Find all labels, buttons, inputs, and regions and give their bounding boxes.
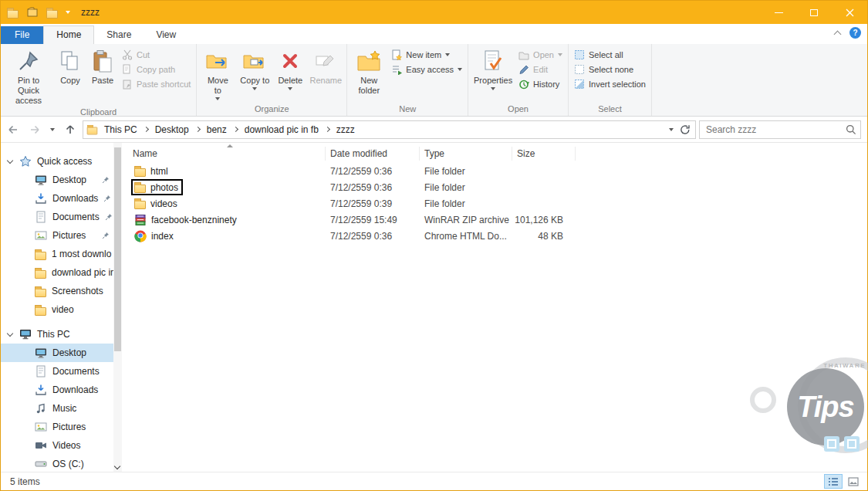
address-dropdown-icon[interactable] [669, 128, 674, 131]
sidebar-item-label: Downloads [52, 193, 98, 204]
expander-icon[interactable] [7, 330, 13, 337]
pin-icon [102, 232, 110, 239]
status-bar: 5 items [1, 472, 867, 490]
music-icon [35, 402, 47, 415]
file-row-index[interactable]: index 7/12/2559 0:36 Chrome HTML Do... 4… [122, 228, 867, 244]
breadcrumb-zzzz[interactable]: zzzz [332, 122, 360, 137]
sidebar-item-downloads-pinned[interactable]: Downloads [1, 189, 122, 208]
sidebar-item-1-most-downlo[interactable]: 1 most downlo [1, 245, 122, 263]
column-header-type[interactable]: Type [420, 147, 512, 161]
breadcrumb-download-pic-in-fb[interactable]: download pic in fb [240, 122, 323, 137]
rename-button[interactable]: Rename [307, 46, 344, 87]
breadcrumb-this-pc[interactable]: This PC [100, 122, 142, 137]
tab-home[interactable]: Home [43, 25, 94, 44]
qat-customize-chevron-icon[interactable] [66, 11, 70, 14]
details-view-button[interactable] [824, 474, 843, 489]
qat-properties-icon[interactable] [46, 10, 58, 19]
close-button[interactable] [832, 1, 867, 24]
column-header-name[interactable]: Name [122, 147, 326, 161]
minimize-button[interactable] [761, 1, 796, 24]
thumbnail-view-button[interactable] [844, 474, 863, 489]
properties-button[interactable]: Properties [471, 46, 515, 92]
file-row-facebook-benzninety[interactable]: facebook-benzninety 7/12/2559 15:49 WinR… [122, 212, 867, 228]
pin-to-quick-access-button[interactable]: Pin to Quick access [3, 46, 54, 107]
tab-view[interactable]: View [144, 26, 188, 44]
new-folder-button[interactable]: New folder [350, 46, 388, 97]
select-none-button[interactable]: Select none [571, 63, 649, 76]
back-button[interactable] [4, 120, 22, 139]
sidebar-item-documents-pinned[interactable]: Documents [1, 208, 122, 226]
history-button[interactable]: History [515, 78, 566, 90]
scrollbar-thumb[interactable] [114, 147, 121, 351]
breadcrumb-benz[interactable]: benz [202, 122, 231, 137]
sidebar-item-pc-documents[interactable]: Documents [1, 362, 122, 381]
up-button[interactable] [61, 120, 79, 139]
sidebar-item-pc-desktop[interactable]: Desktop [1, 344, 122, 362]
file-type: File folder [420, 198, 512, 209]
open-button[interactable]: Open [515, 49, 566, 61]
select-all-button[interactable]: Select all [571, 49, 649, 61]
move-to-label: Move to [203, 76, 232, 96]
ribbon: Pin to Quick access Copy Paste [1, 44, 867, 117]
move-to-button[interactable]: Move to [199, 46, 236, 102]
sidebar-item-desktop-pinned[interactable]: Desktop [1, 171, 122, 189]
copy-path-button[interactable]: Copy path [119, 63, 194, 76]
sidebar-item-pc-downloads[interactable]: Downloads [1, 381, 122, 399]
sidebar-item-video[interactable]: video [1, 300, 122, 319]
sidebar-item-screenshots[interactable]: Screenshots [1, 282, 122, 300]
file-size: 48 KB [512, 231, 576, 242]
select-all-label: Select all [589, 50, 623, 59]
copy-to-button[interactable]: Copy to [236, 46, 273, 92]
maximize-button[interactable] [796, 1, 832, 24]
sidebar-item-pictures-pinned[interactable]: Pictures [1, 226, 122, 245]
sidebar-item-pc-pictures[interactable]: Pictures [1, 418, 122, 436]
qat-new-folder-icon[interactable] [26, 6, 39, 19]
file-row-videos[interactable]: videos 7/12/2559 0:39 File folder [122, 195, 867, 212]
sidebar-item-quick-access[interactable]: Quick access [1, 152, 122, 171]
file-row-photos[interactable]: photos 7/12/2559 0:36 File folder [122, 179, 867, 195]
tab-share[interactable]: Share [94, 26, 144, 44]
sidebar-item-download-pic-in[interactable]: download pic in [1, 263, 122, 282]
cut-icon [122, 49, 133, 60]
recent-locations-button[interactable] [47, 120, 58, 139]
breadcrumb-chevron-icon[interactable] [325, 127, 330, 132]
file-row-html[interactable]: html 7/12/2559 0:36 File folder [122, 163, 867, 179]
search-input[interactable] [699, 120, 861, 139]
breadcrumb-chevron-icon[interactable] [144, 127, 149, 132]
help-icon[interactable]: ? [849, 27, 861, 39]
easy-access-button[interactable]: Easy access [388, 63, 465, 76]
breadcrumb-chevron-icon[interactable] [233, 127, 238, 132]
breadcrumb-desktop[interactable]: Desktop [150, 122, 194, 137]
app-folder-icon[interactable] [7, 10, 19, 19]
sidebar-item-pc-videos[interactable]: Videos [1, 436, 122, 455]
open-icon [518, 49, 529, 60]
sidebar-item-pc-os-c[interactable]: OS (C:) [1, 455, 122, 472]
sidebar-scrollbar[interactable] [113, 143, 122, 472]
edit-button[interactable]: Edit [515, 63, 566, 76]
delete-button[interactable]: Delete [273, 46, 307, 92]
sidebar-item-label: Pictures [52, 230, 86, 241]
refresh-icon[interactable] [680, 124, 691, 135]
easy-access-dropdown-icon [458, 68, 462, 71]
window-title: zzzz [81, 7, 100, 18]
column-header-size[interactable]: Size [512, 147, 576, 161]
sidebar-item-label: 1 most downlo [52, 249, 111, 259]
sidebar-item-pc-music[interactable]: Music [1, 399, 122, 418]
address-box[interactable]: This PC Desktop benz download pic in fb … [83, 120, 696, 139]
column-header-date-modified[interactable]: Date modified [326, 147, 420, 161]
sidebar-item-this-pc[interactable]: This PC [1, 325, 122, 344]
scrollbar-down-arrow-icon[interactable] [114, 463, 120, 469]
cut-button[interactable]: Cut [119, 49, 194, 61]
breadcrumb-chevron-icon[interactable] [195, 127, 201, 132]
search-icon[interactable] [846, 124, 856, 135]
expander-icon[interactable] [7, 157, 13, 164]
paste-shortcut-button[interactable]: Paste shortcut [119, 78, 194, 90]
paste-button[interactable]: Paste [86, 46, 119, 87]
copy-button[interactable]: Copy [54, 46, 86, 87]
new-item-button[interactable]: New item [388, 49, 465, 61]
tab-file[interactable]: File [1, 26, 43, 44]
invert-selection-button[interactable]: Invert selection [571, 78, 649, 90]
forward-button[interactable] [25, 120, 44, 139]
minimize-ribbon-icon[interactable] [834, 30, 842, 38]
file-date: 7/12/2559 0:36 [326, 182, 420, 193]
